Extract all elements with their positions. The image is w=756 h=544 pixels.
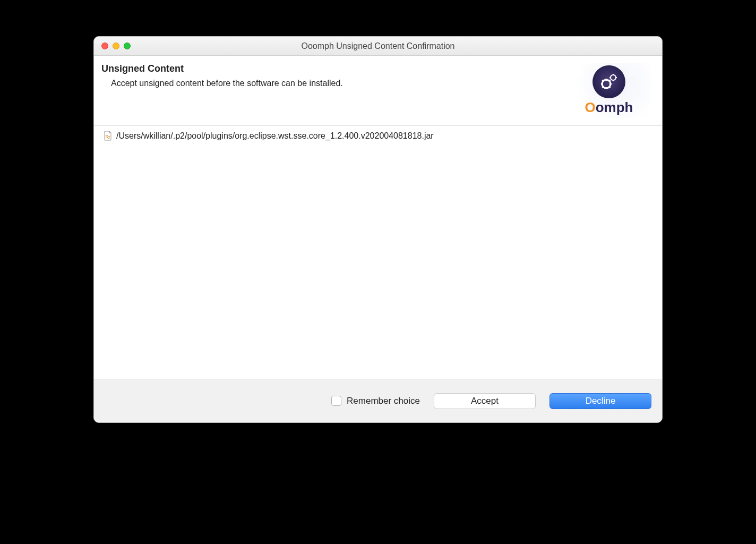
content-list: /Users/wkillian/.p2/pool/plugins/org.ecl… [94, 126, 662, 379]
oomph-logo: Oomph [566, 63, 651, 118]
remember-label: Remember choice [347, 396, 420, 406]
header-title: Unsigned Content [101, 63, 566, 74]
maximize-icon[interactable] [124, 42, 131, 49]
svg-point-9 [611, 75, 616, 80]
window-controls [101, 42, 131, 49]
titlebar: Ooomph Unsigned Content Confirmation [94, 37, 662, 56]
svg-rect-12 [609, 77, 611, 78]
checkbox-icon[interactable] [331, 396, 341, 406]
dialog-header: Unsigned Content Accept unsigned content… [94, 56, 662, 126]
decline-button[interactable]: Decline [549, 393, 651, 409]
accept-label: Accept [471, 396, 499, 406]
gears-icon [598, 71, 620, 92]
svg-rect-2 [606, 87, 607, 89]
jar-file-icon [104, 131, 112, 141]
svg-rect-3 [601, 83, 603, 85]
svg-rect-10 [613, 74, 614, 75]
close-icon[interactable] [101, 42, 108, 49]
decline-label: Decline [586, 396, 616, 406]
dialog-footer: Remember choice Accept Decline [94, 379, 662, 422]
remember-choice[interactable]: Remember choice [331, 396, 420, 406]
svg-rect-13 [615, 77, 617, 78]
file-path: /Users/wkillian/.p2/pool/plugins/org.ecl… [116, 131, 434, 141]
oomph-logo-text: Oomph [585, 99, 633, 116]
list-item[interactable]: /Users/wkillian/.p2/pool/plugins/org.ecl… [104, 131, 652, 141]
header-text: Unsigned Content Accept unsigned content… [101, 63, 566, 88]
svg-rect-11 [613, 80, 614, 81]
dialog-window: Ooomph Unsigned Content Confirmation Uns… [93, 36, 663, 423]
svg-rect-1 [606, 79, 607, 81]
svg-rect-4 [609, 83, 612, 85]
window-title: Ooomph Unsigned Content Confirmation [94, 41, 662, 51]
logo-rest: omph [596, 99, 633, 115]
header-subtitle: Accept unsigned content before the softw… [111, 79, 566, 88]
oomph-logo-circle [592, 65, 625, 98]
minimize-icon[interactable] [113, 42, 119, 49]
logo-letter-o: O [585, 99, 596, 115]
accept-button[interactable]: Accept [434, 393, 536, 409]
